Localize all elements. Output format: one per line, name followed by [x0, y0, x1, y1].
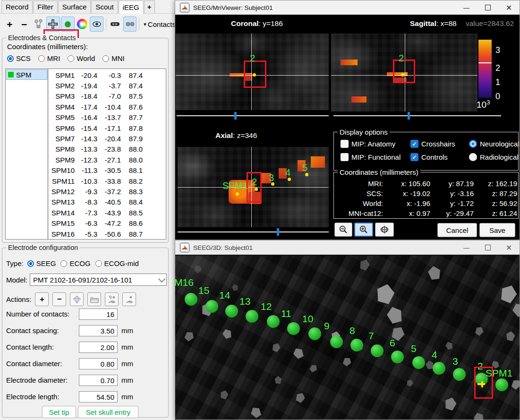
sagittal-slider[interactable]	[333, 112, 501, 120]
contact-row-spm4[interactable]: SPM4-17.4-10.487.6	[48, 102, 166, 112]
contact-sphere-10[interactable]	[308, 327, 321, 340]
contact-row-spm12[interactable]: SPM12-9.3-37.288.3	[48, 186, 166, 197]
contact-length-field[interactable]	[79, 342, 118, 353]
contact-sphere-12[interactable]	[267, 315, 280, 328]
contact-sphere-4[interactable]	[433, 362, 445, 375]
contact-spacing-field[interactable]	[79, 325, 118, 336]
contact-sphere-8[interactable]	[350, 339, 363, 351]
remove-electrode-button[interactable]: −	[17, 17, 31, 32]
maximize-button[interactable]	[477, 240, 498, 255]
contact-sphere-11[interactable]	[287, 322, 300, 335]
minimize-button[interactable]: —	[456, 0, 477, 15]
coronal-view[interactable]: 2	[176, 34, 329, 110]
set-skull-entry-button[interactable]: Set skull entry	[78, 406, 138, 418]
export-electrode-button[interactable]	[105, 292, 119, 306]
contact-row-spm16[interactable]: SPM16-5.3-50.688.7	[48, 229, 166, 239]
contact-row-spm10[interactable]: SPM10-11.3-30.588.1	[48, 165, 166, 176]
import-electrode-button[interactable]	[122, 292, 136, 306]
radio-radiological[interactable]: Radiological	[469, 153, 519, 161]
contact-row-spm1[interactable]: SPM1-20.4-0.387.4	[48, 70, 166, 80]
contact-row-spm13[interactable]: SPM13-8.3-40.588.4	[48, 197, 166, 207]
set-crosshair-button[interactable]	[375, 223, 394, 237]
electrode-item-spm[interactable]: SPM	[6, 69, 47, 80]
colorbar[interactable]	[478, 40, 492, 98]
contact-sphere-15[interactable]	[205, 300, 218, 313]
tab-record[interactable]: Record	[1, 0, 33, 13]
checkbox-controls[interactable]: ✓Controls	[410, 153, 469, 161]
contact-pair-button[interactable]	[123, 17, 137, 32]
electrode-list[interactable]: SPM	[6, 69, 48, 239]
contact-row-spm3[interactable]: SPM3-18.4-7.087.5	[48, 91, 166, 102]
checkbox-mip-anatomy[interactable]: MIP: Anatomy	[341, 140, 410, 148]
axial-view[interactable]: SPM12345	[178, 147, 329, 227]
contact-row-spm9[interactable]: SPM9-12.3-27.188.0	[48, 154, 166, 165]
model-select[interactable]: PMT 2102-16-091/2102-16-101	[30, 274, 167, 286]
close-button[interactable]: ✕	[498, 0, 520, 15]
sagittal-view[interactable]: 2	[331, 34, 477, 111]
contact-sphere-3[interactable]	[453, 368, 466, 381]
zoom-in-button[interactable]	[354, 223, 373, 237]
remove-contact-button[interactable]: −	[52, 292, 66, 306]
tab-[interactable]: +	[144, 0, 155, 13]
visibility-button[interactable]	[90, 17, 103, 32]
set-tip-button[interactable]: Set tip	[42, 406, 76, 418]
coord-system-mni[interactable]: MNI	[102, 54, 125, 62]
montage-button[interactable]	[32, 17, 45, 32]
coord-system-mri[interactable]: MRI	[38, 54, 60, 62]
radio-neurological[interactable]: Neurological	[469, 140, 519, 148]
axial-slider-thumb[interactable]	[277, 228, 279, 236]
contact-row-spm5[interactable]: SPM5-16.4-13.787.7	[48, 112, 166, 123]
save-button[interactable]: Save	[479, 223, 515, 237]
close-button[interactable]: ✕	[498, 240, 520, 255]
tab-scout[interactable]: Scout	[91, 0, 118, 13]
seeg3d-titlebar[interactable]: SEEG/3D: Subject01 — ✕	[175, 240, 520, 255]
contact-sphere-14[interactable]	[225, 305, 238, 317]
contacts-dropdown[interactable]: ▾ Contacts	[144, 20, 176, 28]
contact-row-spm6[interactable]: SPM6-15.4-17.187.8	[48, 123, 166, 133]
electrode-length-field[interactable]	[79, 391, 118, 403]
contact-diameter-field[interactable]	[79, 358, 118, 369]
contact-sphere-5[interactable]	[412, 356, 425, 369]
colormap-button[interactable]	[76, 17, 89, 32]
contact-sphere-6[interactable]	[391, 351, 404, 363]
checkbox-crosshairs[interactable]: ✓Crosshairs	[410, 140, 469, 148]
contact-sphere-7[interactable]	[371, 344, 384, 357]
contact-row-spm2[interactable]: SPM2-19.4-3.787.4	[48, 80, 166, 91]
load-model-button[interactable]	[87, 292, 101, 306]
type-seeg[interactable]: SEEG	[27, 259, 56, 267]
contact-sphere-spm1[interactable]	[495, 378, 508, 391]
contact-sphere-13[interactable]	[246, 310, 258, 323]
sagittal-slider-thumb[interactable]	[408, 112, 410, 120]
axial-slider[interactable]	[178, 228, 329, 236]
contact-row-spm8[interactable]: SPM8-13.3-23.888.0	[48, 144, 166, 154]
contact-dot-toggle-button[interactable]	[61, 17, 75, 32]
contact-row-spm7[interactable]: SPM7-14.3-20.487.9	[48, 133, 166, 144]
contact-coordinates-list[interactable]: SPM1-20.4-0.387.4SPM2-19.4-3.787.4SPM3-1…	[48, 69, 166, 239]
save-model-button[interactable]	[70, 292, 84, 306]
coord-system-scs[interactable]: SCS	[7, 54, 31, 62]
tab-filter[interactable]: Filter	[33, 0, 57, 13]
contact-row-spm15[interactable]: SPM15-6.3-47.288.6	[48, 218, 166, 228]
tab-ieeg[interactable]: iEEG	[119, 0, 144, 14]
contact-row-spm11[interactable]: SPM11-10.3-33.888.2	[48, 176, 166, 186]
crosshair-toggle-button[interactable]	[46, 17, 60, 32]
tab-surface[interactable]: Surface	[58, 0, 91, 13]
number-of-contacts-field[interactable]	[79, 309, 118, 320]
contact-sphere-m16[interactable]	[185, 293, 197, 306]
add-contact-button[interactable]: +	[35, 292, 49, 306]
coronal-slider-thumb[interactable]	[234, 112, 237, 120]
type-ecog[interactable]: ECOG	[60, 259, 90, 267]
cancel-button[interactable]: Cancel	[437, 223, 477, 237]
minimize-button[interactable]: —	[456, 240, 477, 255]
3d-scene[interactable]: M1615141312111098765432SPM1	[175, 256, 520, 420]
checkbox-mip-functional[interactable]: MIP: Functional	[341, 153, 410, 161]
contact-sphere-9[interactable]	[330, 335, 343, 348]
zoom-out-button[interactable]	[334, 223, 352, 237]
coord-system-world[interactable]: World	[68, 54, 95, 62]
type-ecog-mid[interactable]: ECOG-mid	[95, 259, 139, 267]
add-electrode-button[interactable]: +	[3, 17, 17, 32]
electrode-strip-button[interactable]	[109, 17, 122, 32]
electrode-diameter-field[interactable]	[79, 375, 118, 386]
mriviewer-titlebar[interactable]: SEEG/MriViewer: Subject01 — ✕	[175, 0, 520, 15]
coronal-slider[interactable]	[177, 112, 329, 120]
